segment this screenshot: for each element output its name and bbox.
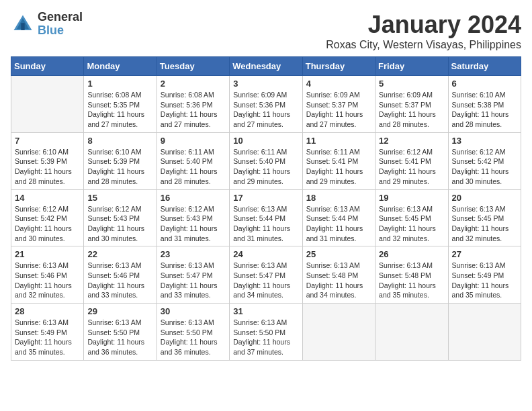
day-info: Sunrise: 6:11 AMSunset: 5:40 PMDaylight:… bbox=[161, 147, 226, 187]
calendar-cell: 16Sunrise: 6:12 AMSunset: 5:43 PMDayligh… bbox=[157, 189, 229, 246]
day-number: 21 bbox=[15, 249, 80, 259]
calendar-cell: 9Sunrise: 6:11 AMSunset: 5:40 PMDaylight… bbox=[157, 132, 229, 189]
logo: General Blue bbox=[11, 11, 83, 38]
day-info: Sunrise: 6:13 AMSunset: 5:49 PMDaylight:… bbox=[15, 318, 80, 357]
day-number: 7 bbox=[15, 136, 80, 146]
day-info: Sunrise: 6:13 AMSunset: 5:50 PMDaylight:… bbox=[233, 318, 298, 357]
day-number: 14 bbox=[15, 193, 80, 203]
calendar-cell: 5Sunrise: 6:09 AMSunset: 5:37 PMDaylight… bbox=[375, 76, 448, 133]
day-number: 10 bbox=[233, 136, 298, 146]
weekday-header-tuesday: Tuesday bbox=[157, 57, 229, 76]
day-info: Sunrise: 6:09 AMSunset: 5:37 PMDaylight:… bbox=[379, 90, 444, 130]
calendar-cell: 14Sunrise: 6:12 AMSunset: 5:42 PMDayligh… bbox=[11, 189, 84, 246]
day-number: 17 bbox=[233, 193, 298, 203]
calendar-cell: 22Sunrise: 6:13 AMSunset: 5:46 PMDayligh… bbox=[84, 246, 157, 304]
calendar-week-4: 28Sunrise: 6:13 AMSunset: 5:49 PMDayligh… bbox=[11, 304, 521, 361]
day-number: 20 bbox=[452, 193, 517, 203]
calendar-cell: 31Sunrise: 6:13 AMSunset: 5:50 PMDayligh… bbox=[230, 304, 302, 361]
day-info: Sunrise: 6:10 AMSunset: 5:38 PMDaylight:… bbox=[452, 90, 517, 130]
day-info: Sunrise: 6:12 AMSunset: 5:43 PMDaylight:… bbox=[87, 204, 152, 244]
day-number: 13 bbox=[452, 136, 517, 146]
calendar-cell: 21Sunrise: 6:13 AMSunset: 5:46 PMDayligh… bbox=[11, 246, 84, 304]
day-number: 27 bbox=[452, 249, 517, 259]
day-info: Sunrise: 6:12 AMSunset: 5:42 PMDaylight:… bbox=[15, 204, 80, 244]
day-number: 1 bbox=[87, 79, 152, 89]
day-number: 2 bbox=[161, 79, 226, 89]
calendar-cell: 12Sunrise: 6:12 AMSunset: 5:41 PMDayligh… bbox=[375, 132, 448, 189]
day-info: Sunrise: 6:13 AMSunset: 5:46 PMDaylight:… bbox=[15, 261, 80, 300]
day-number: 9 bbox=[161, 136, 226, 146]
day-info: Sunrise: 6:08 AMSunset: 5:36 PMDaylight:… bbox=[161, 90, 226, 130]
day-info: Sunrise: 6:13 AMSunset: 5:45 PMDaylight:… bbox=[379, 204, 444, 244]
day-info: Sunrise: 6:12 AMSunset: 5:43 PMDaylight:… bbox=[161, 204, 226, 244]
calendar-cell: 11Sunrise: 6:11 AMSunset: 5:41 PMDayligh… bbox=[302, 132, 375, 189]
calendar-cell: 2Sunrise: 6:08 AMSunset: 5:36 PMDaylight… bbox=[157, 76, 229, 133]
svg-rect-2 bbox=[21, 23, 24, 30]
day-number: 18 bbox=[306, 193, 371, 203]
day-number: 29 bbox=[87, 306, 152, 316]
day-number: 3 bbox=[233, 79, 298, 89]
day-info: Sunrise: 6:13 AMSunset: 5:49 PMDaylight:… bbox=[452, 261, 517, 300]
calendar-week-3: 21Sunrise: 6:13 AMSunset: 5:46 PMDayligh… bbox=[11, 246, 521, 304]
calendar-week-2: 14Sunrise: 6:12 AMSunset: 5:42 PMDayligh… bbox=[11, 189, 521, 246]
day-number: 31 bbox=[233, 306, 298, 316]
weekday-header-wednesday: Wednesday bbox=[230, 57, 302, 76]
day-number: 28 bbox=[15, 306, 80, 316]
day-info: Sunrise: 6:13 AMSunset: 5:50 PMDaylight:… bbox=[87, 318, 152, 357]
day-number: 5 bbox=[379, 79, 444, 89]
day-number: 26 bbox=[379, 249, 444, 259]
calendar-cell: 27Sunrise: 6:13 AMSunset: 5:49 PMDayligh… bbox=[448, 246, 521, 304]
calendar-cell bbox=[448, 304, 521, 361]
day-info: Sunrise: 6:13 AMSunset: 5:44 PMDaylight:… bbox=[306, 204, 371, 244]
day-info: Sunrise: 6:13 AMSunset: 5:45 PMDaylight:… bbox=[452, 204, 517, 244]
calendar-cell: 3Sunrise: 6:09 AMSunset: 5:36 PMDaylight… bbox=[230, 76, 302, 133]
day-info: Sunrise: 6:08 AMSunset: 5:35 PMDaylight:… bbox=[87, 90, 152, 130]
day-info: Sunrise: 6:13 AMSunset: 5:48 PMDaylight:… bbox=[379, 261, 444, 300]
weekday-header-thursday: Thursday bbox=[302, 57, 375, 76]
calendar-cell: 28Sunrise: 6:13 AMSunset: 5:49 PMDayligh… bbox=[11, 304, 84, 361]
day-number: 8 bbox=[87, 136, 152, 146]
location-title: Roxas City, Western Visayas, Philippines bbox=[326, 39, 521, 51]
day-number: 11 bbox=[306, 136, 371, 146]
logo-text: General Blue bbox=[38, 11, 83, 38]
calendar-cell: 17Sunrise: 6:13 AMSunset: 5:44 PMDayligh… bbox=[230, 189, 302, 246]
day-number: 19 bbox=[379, 193, 444, 203]
calendar-cell bbox=[302, 304, 375, 361]
day-number: 15 bbox=[87, 193, 152, 203]
day-info: Sunrise: 6:13 AMSunset: 5:47 PMDaylight:… bbox=[161, 261, 226, 300]
calendar-cell: 29Sunrise: 6:13 AMSunset: 5:50 PMDayligh… bbox=[84, 304, 157, 361]
calendar-cell: 7Sunrise: 6:10 AMSunset: 5:39 PMDaylight… bbox=[11, 132, 84, 189]
day-number: 12 bbox=[379, 136, 444, 146]
page-header: General Blue January 2024 Roxas City, We… bbox=[11, 11, 521, 51]
day-info: Sunrise: 6:09 AMSunset: 5:36 PMDaylight:… bbox=[233, 90, 298, 130]
day-info: Sunrise: 6:13 AMSunset: 5:44 PMDaylight:… bbox=[233, 204, 298, 244]
calendar-cell: 20Sunrise: 6:13 AMSunset: 5:45 PMDayligh… bbox=[448, 189, 521, 246]
day-number: 6 bbox=[452, 79, 517, 89]
weekday-header-row: SundayMondayTuesdayWednesdayThursdayFrid… bbox=[11, 57, 521, 76]
calendar-cell: 10Sunrise: 6:11 AMSunset: 5:40 PMDayligh… bbox=[230, 132, 302, 189]
month-title: January 2024 bbox=[326, 11, 521, 39]
calendar-cell: 23Sunrise: 6:13 AMSunset: 5:47 PMDayligh… bbox=[157, 246, 229, 304]
calendar-cell: 1Sunrise: 6:08 AMSunset: 5:35 PMDaylight… bbox=[84, 76, 157, 133]
day-info: Sunrise: 6:11 AMSunset: 5:41 PMDaylight:… bbox=[306, 147, 371, 187]
day-info: Sunrise: 6:13 AMSunset: 5:47 PMDaylight:… bbox=[233, 261, 298, 300]
calendar-cell: 6Sunrise: 6:10 AMSunset: 5:38 PMDaylight… bbox=[448, 76, 521, 133]
calendar-cell: 15Sunrise: 6:12 AMSunset: 5:43 PMDayligh… bbox=[84, 189, 157, 246]
day-info: Sunrise: 6:12 AMSunset: 5:41 PMDaylight:… bbox=[379, 147, 444, 187]
calendar-cell bbox=[11, 76, 84, 133]
title-block: January 2024 Roxas City, Western Visayas… bbox=[326, 11, 521, 51]
day-number: 30 bbox=[161, 306, 226, 316]
calendar-cell: 19Sunrise: 6:13 AMSunset: 5:45 PMDayligh… bbox=[375, 189, 448, 246]
calendar-cell: 4Sunrise: 6:09 AMSunset: 5:37 PMDaylight… bbox=[302, 76, 375, 133]
day-number: 16 bbox=[161, 193, 226, 203]
day-info: Sunrise: 6:12 AMSunset: 5:42 PMDaylight:… bbox=[452, 147, 517, 187]
calendar-cell: 26Sunrise: 6:13 AMSunset: 5:48 PMDayligh… bbox=[375, 246, 448, 304]
calendar-week-1: 7Sunrise: 6:10 AMSunset: 5:39 PMDaylight… bbox=[11, 132, 521, 189]
day-number: 23 bbox=[161, 249, 226, 259]
day-number: 22 bbox=[87, 249, 152, 259]
weekday-header-saturday: Saturday bbox=[448, 57, 521, 76]
day-info: Sunrise: 6:10 AMSunset: 5:39 PMDaylight:… bbox=[15, 147, 80, 187]
day-number: 4 bbox=[306, 79, 371, 89]
weekday-header-friday: Friday bbox=[375, 57, 448, 76]
day-info: Sunrise: 6:13 AMSunset: 5:46 PMDaylight:… bbox=[87, 261, 152, 300]
